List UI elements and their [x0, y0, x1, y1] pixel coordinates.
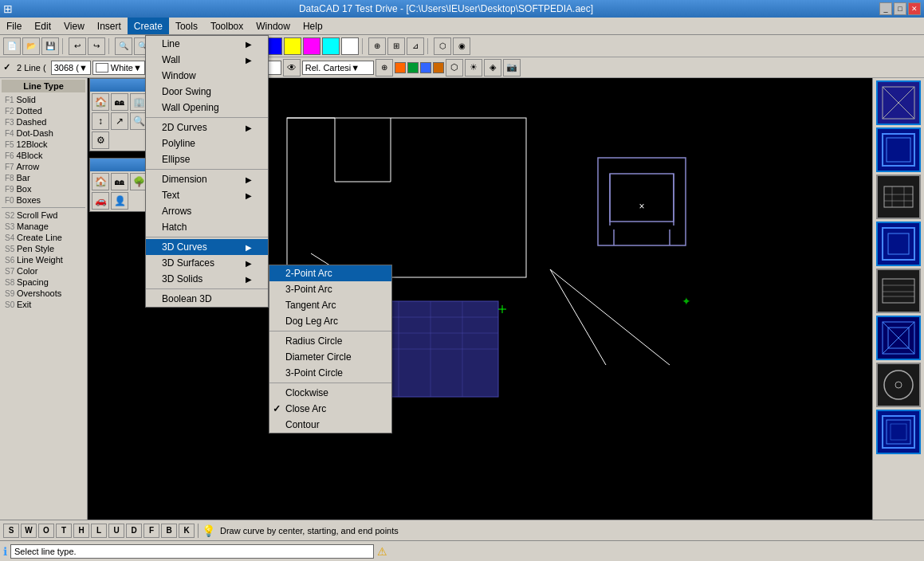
menu-item-line[interactable]: Line ▶ — [146, 36, 268, 52]
status-btn-b[interactable]: B — [161, 524, 177, 538]
tb2-color-swatch[interactable]: White ▼ — [92, 61, 145, 75]
fb1-btn2[interactable]: 🏘 — [111, 93, 128, 111]
sidebar-item-solid[interactable]: F1 Solid — [2, 94, 85, 105]
submenu-item-3ptcircle[interactable]: 3-Point Circle — [269, 365, 391, 381]
tb2-3dview[interactable]: ⬡ — [446, 59, 463, 76]
tb-render[interactable]: ◉ — [453, 37, 470, 55]
tb2-coord[interactable]: Rel. Cartesi ▼ — [302, 61, 374, 75]
right-thumb-8[interactable] — [876, 410, 921, 454]
menu-item-arrows[interactable]: Arrows — [146, 203, 268, 219]
tb2-pal3[interactable] — [420, 62, 431, 73]
fb1-btn6[interactable]: ↗ — [111, 112, 128, 130]
right-thumb-1[interactable] — [876, 80, 921, 125]
tb-3d[interactable]: ⬡ — [434, 37, 451, 55]
submenu-item-diametercircle[interactable]: Diameter Circle — [269, 349, 391, 365]
menu-item-wall[interactable]: Wall ▶ — [146, 52, 268, 68]
tb-undo[interactable]: ↩ — [69, 37, 86, 55]
status-btn-w[interactable]: W — [21, 524, 37, 538]
fb2-btn1[interactable]: 🏠 — [92, 173, 109, 190]
submenu-item-3ptarc[interactable]: 3-Point Arc — [269, 281, 391, 297]
sidebar-item-penstyle[interactable]: S5 Pen Style — [2, 243, 85, 254]
tb2-count[interactable]: 3068 ( ▼ — [51, 61, 91, 75]
tb2-pal1[interactable] — [395, 62, 406, 73]
fb2-btn5[interactable]: 🚗 — [92, 192, 109, 210]
menu-item-polyline[interactable]: Polyline — [146, 135, 268, 151]
sidebar-item-overshoots[interactable]: S9 Overshoots — [2, 288, 85, 299]
status-btn-d[interactable]: D — [126, 524, 142, 538]
tb-color4[interactable] — [284, 37, 301, 55]
right-thumb-4[interactable] — [876, 222, 921, 266]
status-btn-f[interactable]: F — [144, 524, 159, 538]
menu-item-3dsolids[interactable]: 3D Solids ▶ — [146, 271, 268, 287]
menu-window[interactable]: Window — [250, 18, 297, 34]
tb2-mat[interactable]: ◈ — [484, 59, 501, 76]
fb1-btn1[interactable]: 🏠 — [92, 93, 109, 111]
menu-edit[interactable]: Edit — [28, 18, 57, 34]
sidebar-item-dashed[interactable]: F3 Dashed — [2, 116, 85, 128]
sidebar-item-scrollfwd[interactable]: S2 Scroll Fwd — [2, 210, 85, 221]
tb-color5[interactable] — [303, 37, 320, 55]
menu-item-text[interactable]: Text ▶ — [146, 187, 268, 203]
sidebar-item-dotted[interactable]: F2 Dotted — [2, 105, 85, 116]
submenu-item-doglegarc[interactable]: Dog Leg Arc — [269, 313, 391, 329]
menu-help[interactable]: Help — [297, 18, 329, 34]
menu-item-doorswing[interactable]: Door Swing — [146, 84, 268, 100]
close-button[interactable]: ✕ — [908, 2, 921, 15]
tb2-cam[interactable]: 📷 — [503, 59, 521, 76]
sidebar-item-4block[interactable]: F6 4Block — [2, 150, 85, 161]
sidebar-item-spacing[interactable]: S8 Spacing — [2, 277, 85, 288]
tb-grid[interactable]: ⊞ — [387, 37, 405, 55]
menu-item-3dsurfaces[interactable]: 3D Surfaces ▶ — [146, 255, 268, 271]
tb-redo[interactable]: ↪ — [88, 37, 105, 55]
minimize-button[interactable]: _ — [879, 2, 892, 15]
fb2-btn2[interactable]: 🏘 — [111, 173, 128, 190]
sidebar-item-dotdash[interactable]: F4 Dot-Dash — [2, 128, 85, 139]
fb1-btn9[interactable]: ⚙ — [92, 131, 109, 149]
menu-item-window[interactable]: Window — [146, 68, 268, 84]
menu-item-dimension[interactable]: Dimension ▶ — [146, 171, 268, 187]
sidebar-item-lineweight[interactable]: S6 Line Weight — [2, 254, 85, 265]
submenu-item-closearc[interactable]: ✓ Close Arc — [269, 401, 391, 417]
tb2-eye[interactable]: 👁 — [283, 59, 301, 76]
menu-insert[interactable]: Insert — [91, 18, 128, 34]
fb1-btn5[interactable]: ↕ — [92, 112, 109, 130]
menu-item-boolean3d[interactable]: Boolean 3D — [146, 291, 268, 307]
tb-zoom-in[interactable]: 🔍 — [115, 37, 132, 55]
sidebar-item-createline[interactable]: S4 Create Line — [2, 232, 85, 243]
tb-color6[interactable] — [322, 37, 340, 55]
menu-tools[interactable]: Tools — [169, 18, 204, 34]
status-btn-u[interactable]: U — [108, 524, 124, 538]
sidebar-item-arrow[interactable]: F7 Arrow — [2, 161, 85, 172]
right-thumb-3[interactable] — [876, 175, 921, 219]
menu-item-wallopening[interactable]: Wall Opening — [146, 100, 268, 116]
menu-item-ellipse[interactable]: Ellipse — [146, 151, 268, 167]
right-thumb-5[interactable] — [876, 269, 921, 313]
sidebar-item-boxes[interactable]: F0 Boxes — [2, 194, 85, 206]
right-thumb-2[interactable] — [876, 128, 921, 172]
tb2-pal2[interactable] — [407, 62, 419, 73]
submenu-item-2ptarc[interactable]: 2-Point Arc — [269, 265, 391, 281]
sidebar-item-12block[interactable]: F5 12Block — [2, 139, 85, 150]
tb-color7[interactable] — [341, 37, 359, 55]
sidebar-item-exit[interactable]: S0 Exit — [2, 299, 85, 310]
status-btn-s[interactable]: S — [3, 524, 19, 538]
menu-item-hatch[interactable]: Hatch — [146, 219, 268, 235]
menu-toolbox[interactable]: Toolbox — [204, 18, 250, 34]
submenu-item-clockwise[interactable]: Clockwise — [269, 385, 391, 401]
cmd-input[interactable] — [10, 544, 374, 559]
menu-create[interactable]: Create — [128, 18, 169, 34]
status-btn-k[interactable]: K — [179, 524, 195, 538]
status-btn-t[interactable]: T — [56, 524, 72, 538]
tb-snap[interactable]: ⊕ — [368, 37, 386, 55]
maximize-button[interactable]: □ — [894, 2, 906, 15]
right-thumb-6[interactable] — [876, 316, 921, 360]
menu-file[interactable]: File — [0, 18, 28, 34]
submenu-item-tangentarc[interactable]: Tangent Arc — [269, 297, 391, 313]
sidebar-item-manage[interactable]: S3 Manage — [2, 221, 85, 232]
tb2-light[interactable]: ☀ — [465, 59, 482, 76]
tb-save[interactable]: 💾 — [41, 37, 59, 55]
tb-open[interactable]: 📂 — [22, 37, 40, 55]
right-thumb-7[interactable] — [876, 363, 921, 407]
sidebar-item-color[interactable]: S7 Color — [2, 265, 85, 277]
status-btn-o[interactable]: O — [38, 524, 54, 538]
